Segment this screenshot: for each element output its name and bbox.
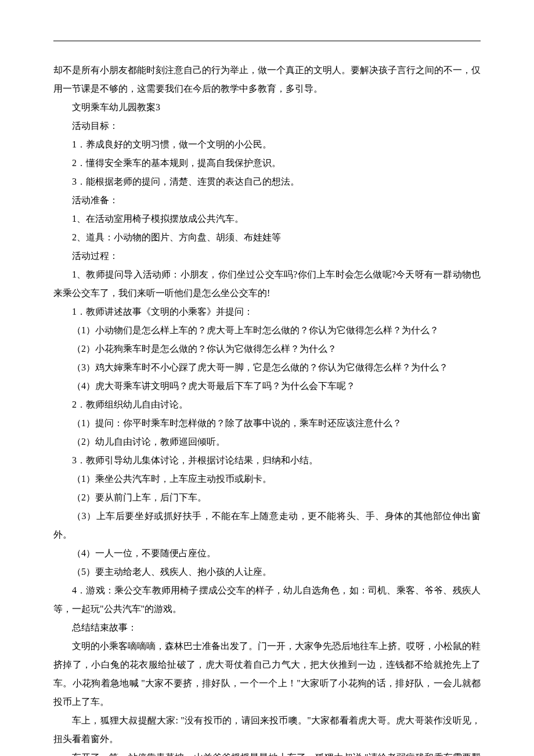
paragraph: 1、教师提问导入活动师：小朋友，你们坐过公交车吗?你们上车时会怎么做呢?今天呀有… (53, 265, 481, 303)
paragraph: （2）幼儿自由讨论，教师巡回倾听。 (53, 433, 481, 451)
paragraph: （4）一人一位，不要随便占座位。 (53, 544, 481, 563)
paragraph: （3）鸡大婶乘车时不小心踩了虎大哥一脚，它是怎么做的？你认为它做得怎么样？为什么… (53, 358, 481, 377)
paragraph: 文明的小乘客嘀嘀嘀，森林巴士准备出发了。门一开，大家争先恐后地往车上挤。哎呀，小… (53, 637, 481, 711)
paragraph: 却不是所有小朋友都能时刻注意自己的行为举止，做一个真正的文明人。要解决孩子言行之… (53, 61, 481, 98)
paragraph: 2．懂得安全乘车的基本规则，提高自我保护意识。 (53, 154, 481, 172)
paragraph: 1．教师讲述故事《文明的小乘客》并提问： (53, 303, 481, 321)
paragraph: 4．游戏：乘公交车教师用椅子摆成公交车的样子，幼儿自选角色，如：司机、乘客、爷爷… (53, 581, 481, 618)
document-page: 却不是所有小朋友都能时刻注意自己的行为举止，做一个真正的文明人。要解决孩子言行之… (0, 0, 534, 756)
paragraph: 文明乘车幼儿园教案3 (53, 98, 481, 117)
paragraph: （4）虎大哥乘车讲文明吗？虎大哥最后下车了吗？为什么会下车呢？ (53, 377, 481, 395)
document-body: 却不是所有小朋友都能时刻注意自己的行为举止，做一个真正的文明人。要解决孩子言行之… (53, 61, 481, 756)
paragraph: （1）提问：你平时乘车时怎样做的？除了故事中说的，乘车时还应该注意什么？ (53, 414, 481, 433)
paragraph: 车开了，第一站停靠青草坡，山羊爷爷摇摇晃晃地上车了。狐狸大叔说 "请给老弱病残和… (53, 748, 481, 756)
paragraph: （5）要主动给老人、残疾人、抱小孩的人让座。 (53, 563, 481, 581)
paragraph: 2、道具：小动物的图片、方向盘、胡须、布娃娃等 (53, 228, 481, 247)
paragraph: 车上，狐狸大叔提醒大家: "没有投币的，请回来投币噢。"大家都看着虎大哥。虎大哥… (53, 711, 481, 748)
paragraph: （3）上车后要坐好或抓好扶手，不能在车上随意走动，更不能将头、手、身体的其他部位… (53, 507, 481, 544)
horizontal-rule (53, 41, 481, 41)
paragraph: 3．教师引导幼儿集体讨论，并根据讨论结果，归纳和小结。 (53, 451, 481, 470)
paragraph: 1．养成良好的文明习惯，做一个文明的小公民。 (53, 135, 481, 154)
paragraph: 1、在活动室用椅子模拟摆放成公共汽车。 (53, 210, 481, 228)
paragraph: 2．教师组织幼儿自由讨论。 (53, 395, 481, 414)
paragraph: 3．能根据老师的提问，清楚、连贯的表达自己的想法。 (53, 172, 481, 191)
paragraph: 活动过程： (53, 247, 481, 265)
paragraph: 活动准备： (53, 191, 481, 210)
paragraph: （2）小花狗乘车时是怎么做的？你认为它做得怎么样？为什么？ (53, 340, 481, 358)
paragraph: 总结结束故事： (53, 618, 481, 637)
paragraph: （2）要从前门上车，后门下车。 (53, 488, 481, 507)
paragraph: （1）乘坐公共汽车时，上车应主动投币或刷卡。 (53, 470, 481, 488)
paragraph: 活动目标： (53, 117, 481, 135)
paragraph: （1）小动物们是怎么样上车的？虎大哥上车时怎么做的？你认为它做得怎么样？为什么？ (53, 321, 481, 340)
